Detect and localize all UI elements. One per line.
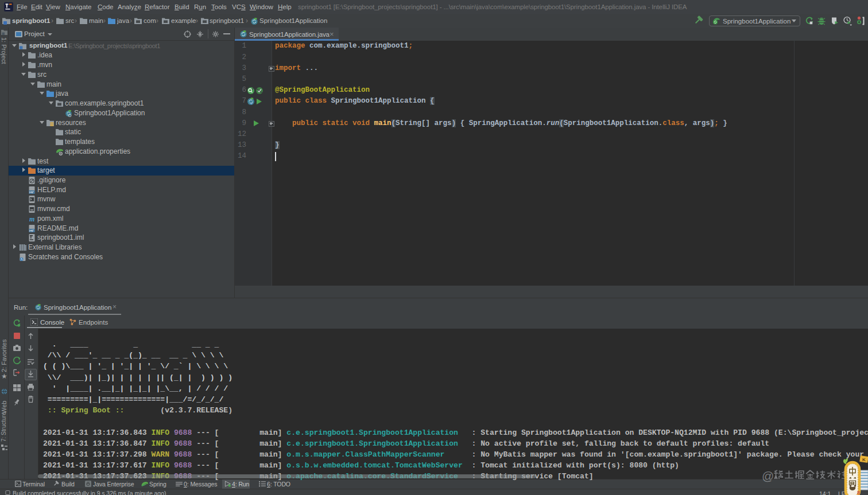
svg-text:m: m [29,215,34,223]
svg-text:8: 8 [857,490,860,495]
svg-text:K: K [862,457,866,462]
